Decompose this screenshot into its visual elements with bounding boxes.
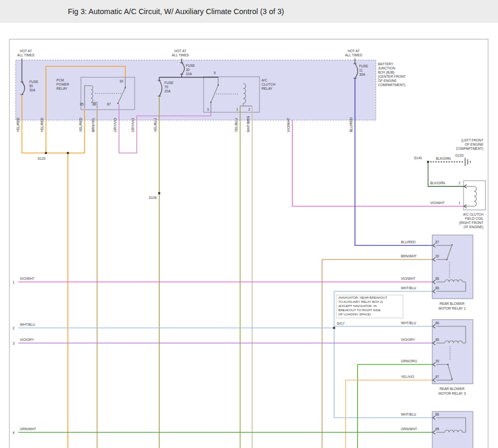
wire-color-label: WHT/BRN: [246, 116, 250, 132]
wire-color-label: WHT/BLU: [401, 321, 417, 325]
pin-label: 3: [207, 108, 209, 111]
wire-color-label: YEL/BLU: [234, 118, 238, 132]
wire-color-label: BLK/GRN: [436, 157, 451, 160]
hot-at-label: ALL TIMES: [345, 53, 363, 57]
splice-dot: [333, 327, 336, 329]
bjb-label: BATTERY: [378, 62, 394, 66]
bjb-label: COMPARTMENT): [378, 83, 405, 87]
wire-color-label: VIO/GRY: [20, 338, 34, 341]
wire-yel-vio: [346, 380, 432, 448]
splice-label: S417: [337, 322, 345, 325]
wire-color-label: GRY/VIO: [131, 118, 135, 132]
s417-note-line: BREAKOUT TO RIGHT SIDE: [338, 308, 381, 312]
bjb-box: [16, 60, 376, 120]
ground-icon: [465, 158, 470, 166]
location-label: COMPARTMENT): [456, 147, 483, 151]
wire-color-label: WHT/BLU: [401, 286, 417, 290]
ground-label: G103: [455, 154, 464, 157]
fuse50-label: 50: [29, 84, 33, 88]
fuse70-label: 20A: [164, 89, 171, 93]
splice-label: S140: [414, 156, 422, 160]
pin-label: 1: [458, 201, 460, 205]
wire-color-label: VIO/WHT: [20, 277, 34, 280]
wire-color-label: YEL/RED: [79, 117, 82, 132]
pin-label: 86: [435, 412, 440, 416]
pcm-relay-label: POWER: [56, 82, 69, 86]
circuit-number: 4: [13, 431, 15, 434]
fuse30-label: 30: [186, 68, 190, 72]
hot-at-label: ALL TIMES: [17, 53, 35, 57]
relay1-caption: REAR BLOWER: [440, 302, 465, 305]
wire-color-label: VIO/WHT: [430, 201, 445, 205]
hot-at-label: HOT AT: [20, 49, 32, 53]
relay3-caption: REAR BLOWER: [440, 387, 465, 391]
splice-label: S120: [38, 157, 46, 160]
ac-relay-label: RELAY: [262, 87, 272, 90]
wire-color-label: VIO/GRY: [401, 338, 416, 341]
splice-dot: [158, 192, 161, 195]
pin-label: 85: [435, 338, 440, 341]
field-coil-box: [464, 181, 485, 210]
pin-label: 2: [248, 108, 250, 111]
pin-label: 30: [120, 79, 124, 83]
relay1-caption: MOTOR RELAY 1: [438, 306, 466, 310]
wire-color-label: BLK/GRN: [430, 181, 445, 185]
bjb-label: (CENTER FRONT: [378, 75, 406, 79]
field-coil-caption: A/C CLUTCH: [463, 213, 483, 216]
pin-label: 85: [435, 277, 440, 280]
relay3-box: [432, 320, 473, 384]
hot-at-label: ALL TIMES: [172, 53, 189, 57]
wire-vio-wht-clutch: [292, 120, 464, 206]
splice-dot: [67, 152, 69, 155]
pin-label: 87: [107, 102, 111, 106]
fuse11-label: 11: [359, 68, 363, 72]
pin-label: 86: [92, 102, 97, 106]
splice-dot: [45, 152, 48, 155]
wire-color-label: YEL/BLU: [153, 118, 157, 132]
pin-label: 1: [236, 108, 238, 111]
relay3-caption: MOTOR RELAY 3: [438, 392, 466, 395]
wire-color-label: GRN/WHT: [401, 427, 417, 431]
location-label: (LEFT FRONT: [461, 138, 483, 143]
pin-label: 87: [435, 375, 440, 379]
pin-label: 30: [435, 254, 440, 258]
circuit-number: 1: [13, 280, 15, 284]
wire-color-label: WHT/BLU: [401, 412, 417, 416]
pin-label: 30: [435, 359, 440, 363]
wire-color-label: YEL/VIO: [401, 375, 414, 379]
bjb-label: JUNCTION: [378, 66, 395, 70]
bjb-label: OF ENGINE: [378, 79, 397, 82]
contact-pivot: [447, 364, 449, 366]
s417-note-line: (EXCEPT NAVIGATOR: IN: [338, 304, 376, 308]
wire-color-label: BLU/RED: [349, 117, 353, 132]
wire-color-label: YEL/RED: [16, 117, 20, 132]
pin-label: 87: [435, 240, 440, 244]
contact-pivot: [117, 103, 119, 104]
wire-color-label: VIO/WHT: [287, 117, 290, 132]
field-coil-caption: FIELD COIL: [465, 217, 484, 220]
splice-label: S106: [149, 196, 157, 199]
wire-color-label: WHT/BLU: [20, 323, 35, 326]
fuse11-label: 30A: [359, 73, 365, 76]
pin-label: 86: [435, 286, 440, 290]
contact-pivot: [452, 244, 453, 246]
wire-color-label: GRY/VIO: [113, 118, 117, 132]
circuit-number: 2: [13, 326, 15, 330]
ac-relay-label: CLUTCH: [262, 82, 276, 86]
pin-label: 2: [458, 181, 460, 185]
s417-note-line: TO AUXILIARY RELAY BOX 2): [338, 300, 383, 303]
field-coil-caption: (RIGHT FRONT: [459, 221, 483, 225]
wire-color-label: BRN/WHT: [401, 254, 417, 258]
pin-label: 5: [214, 71, 216, 75]
field-coil-caption: OF ENGINE): [464, 225, 483, 229]
wire-color-label: BLU/RED: [401, 240, 416, 244]
wire-color-label: YEL/RED: [40, 117, 44, 132]
fuse11-label: FUSE: [359, 64, 369, 68]
s417-note-line: OF LOADING SPACE): [338, 312, 371, 316]
pcm-relay-label: PCM: [56, 78, 64, 82]
wire-grn-org: [358, 364, 432, 448]
wire-color-label: GRN/WHT: [20, 427, 36, 431]
fuse50-label: FUSE: [29, 80, 39, 84]
location-label: OF ENGINE: [465, 143, 483, 146]
pin-label: 85: [80, 102, 84, 106]
